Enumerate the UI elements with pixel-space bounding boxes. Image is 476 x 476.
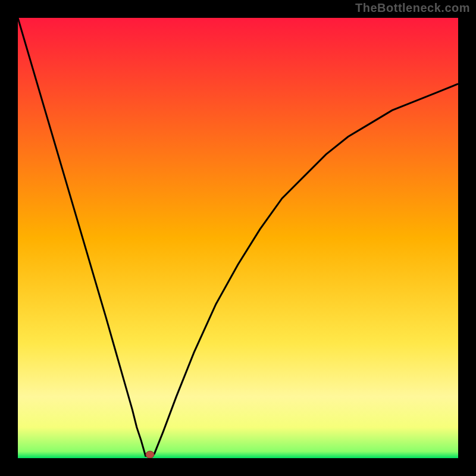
chart-frame: TheBottleneck.com (0, 0, 476, 476)
plot-area (18, 18, 458, 458)
optimum-marker (146, 451, 154, 458)
gradient-background (18, 18, 458, 458)
bottleneck-chart-svg (18, 18, 458, 458)
watermark-text: TheBottleneck.com (355, 1, 470, 15)
